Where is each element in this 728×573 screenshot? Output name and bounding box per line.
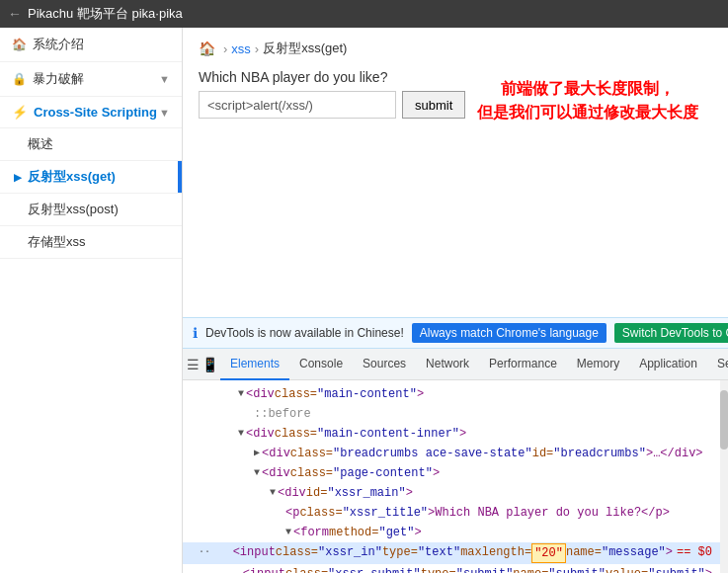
- active-marker-icon: ▶: [14, 172, 22, 183]
- code-tag: <div: [262, 445, 290, 462]
- chevron-down-icon: ▼: [159, 73, 170, 85]
- code-tag: >: [406, 484, 413, 502]
- lock-icon: 🔒: [12, 72, 27, 86]
- code-attr: class=: [275, 425, 317, 443]
- code-tag: >Which NBA player do you like?</p>: [428, 504, 670, 522]
- annotation-line1: 前端做了最大长度限制，: [477, 77, 698, 101]
- tab-network[interactable]: Network: [416, 349, 479, 380]
- tab-security[interactable]: Security: [707, 349, 728, 380]
- code-attr: class=: [275, 385, 317, 403]
- code-tag: >: [666, 543, 673, 561]
- expand-icon[interactable]: ▼: [270, 484, 276, 502]
- content-area: 🏠 › xss › 反射型xss(get) Which NBA player d…: [183, 28, 728, 573]
- code-attr: id=: [532, 445, 554, 462]
- code-line: ::before: [183, 404, 728, 424]
- tab-performance[interactable]: Performance: [479, 349, 567, 380]
- match-language-button[interactable]: Always match Chrome's language: [412, 323, 607, 343]
- code-tag: >: [705, 565, 712, 573]
- tab-elements[interactable]: Elements: [220, 349, 289, 380]
- code-value: "message": [602, 543, 666, 561]
- code-attr: maxlength=: [460, 543, 531, 561]
- code-line: ▼ <div class= "page-content" >: [183, 463, 728, 483]
- home-icon: 🏠: [12, 38, 27, 51]
- expand-icon[interactable]: ▶: [254, 445, 260, 462]
- maxlength-value: "20": [531, 543, 566, 563]
- tab-sources[interactable]: Sources: [353, 349, 416, 380]
- code-attr: name=: [513, 565, 548, 573]
- sidebar-item-xss[interactable]: ⚡ Cross-Site Scripting ▼: [0, 97, 182, 128]
- breadcrumb-separator: ›: [223, 41, 227, 56]
- breadcrumb-xss-link[interactable]: xss: [231, 41, 251, 56]
- sidebar-item-stored-xss[interactable]: 存储型xss: [0, 226, 182, 259]
- code-tag: <div: [278, 484, 306, 502]
- code-tag: <form: [293, 524, 329, 541]
- tab-console[interactable]: Console: [289, 349, 353, 380]
- code-value: "xssr_submit": [328, 565, 421, 573]
- tab-memory[interactable]: Memory: [567, 349, 629, 380]
- expand-icon[interactable]: ▼: [238, 385, 244, 403]
- code-line: ▼ <div id= "xssr_main" >: [183, 483, 728, 503]
- switch-chinese-button[interactable]: Switch DevTools to Chinese: [614, 323, 728, 343]
- pseudo-element: ::before: [254, 405, 311, 423]
- code-value: "page-content": [333, 464, 433, 482]
- sidebar-item-reflected-post[interactable]: 反射型xss(post): [0, 194, 182, 226]
- back-arrow[interactable]: ←: [8, 6, 22, 22]
- code-value: "xssr_main": [327, 484, 405, 502]
- xss-icon: ⚡: [12, 105, 28, 120]
- code-value: "breadcrumbs ace-save-state": [333, 445, 532, 462]
- code-line: ▼ <div class= "main-content-inner" >: [183, 424, 728, 444]
- breadcrumb-current: 反射型xss(get): [263, 40, 347, 57]
- expand-icon[interactable]: ▼: [238, 425, 244, 443]
- code-value: "breadcrumbs": [553, 445, 646, 462]
- main-container: 🏠 系统介绍 🔒 暴力破解 ▼ ⚡ Cross-Site Scripting ▼…: [0, 28, 728, 573]
- sidebar-item-bruteforce[interactable]: 🔒 暴力破解 ▼: [0, 62, 182, 97]
- code-tag: >…</div>: [646, 445, 703, 462]
- sidebar: 🏠 系统介绍 🔒 暴力破解 ▼ ⚡ Cross-Site Scripting ▼…: [0, 28, 183, 573]
- code-line: ▼ <div class= "main-content" >: [183, 384, 728, 404]
- devtools-bar-text: DevTools is now available in Chinese!: [205, 326, 404, 340]
- page-content: 🏠 › xss › 反射型xss(get) Which NBA player d…: [183, 28, 728, 317]
- devtools-menu-icon[interactable]: ☰: [187, 353, 200, 376]
- sidebar-item-reflected-get[interactable]: ▶ 反射型xss(get): [0, 161, 182, 194]
- annotation-text: 前端做了最大长度限制， 但是我们可以通过修改最大长度: [477, 77, 698, 124]
- devtools-panel[interactable]: ▼ <div class= "main-content" > ::before …: [183, 380, 728, 573]
- code-value: "xssr_in": [318, 543, 382, 561]
- scrollbar[interactable]: [720, 380, 728, 573]
- devtools-notification-bar: ℹ DevTools is now available in Chinese! …: [183, 317, 728, 349]
- sidebar-item-system-intro[interactable]: 🏠 系统介绍: [0, 28, 182, 62]
- scrollbar-thumb[interactable]: [720, 390, 728, 450]
- code-value: "main-content": [317, 385, 417, 403]
- code-line: <p class= "xssr_title" >Which NBA player…: [183, 503, 728, 523]
- code-tag: <input: [243, 565, 285, 573]
- code-attr: class=: [276, 543, 318, 561]
- code-line: ▶ <div class= "breadcrumbs ace-save-stat…: [183, 444, 728, 463]
- code-line: ▼ <form method= "get" >: [183, 523, 728, 542]
- expand-icon[interactable]: ▼: [285, 524, 291, 541]
- breadcrumb: 🏠 › xss › 反射型xss(get): [199, 40, 712, 57]
- sidebar-item-overview[interactable]: 概述: [0, 128, 182, 161]
- breadcrumb-separator: ›: [255, 41, 259, 56]
- code-attr: class=: [285, 565, 328, 573]
- code-attr: class=: [290, 464, 333, 482]
- code-tag: >: [417, 385, 424, 403]
- sidebar-label: Cross-Site Scripting: [34, 105, 157, 120]
- sidebar-label: 暴力破解: [33, 70, 159, 88]
- code-tag: >: [433, 464, 440, 482]
- code-attr: type=: [382, 543, 418, 561]
- info-icon: ℹ: [193, 325, 198, 341]
- chevron-down-icon: ▼: [159, 107, 170, 119]
- code-attr: class=: [299, 504, 342, 522]
- tab-application[interactable]: Application: [629, 349, 707, 380]
- submit-button[interactable]: submit: [402, 91, 465, 119]
- sidebar-label: 反射型xss(get): [28, 168, 116, 186]
- code-attr: id=: [306, 484, 328, 502]
- sidebar-label: 概述: [28, 135, 53, 153]
- code-value: "submit": [648, 565, 705, 573]
- code-value: "main-content-inner": [317, 425, 459, 443]
- xss-input[interactable]: [199, 91, 396, 119]
- code-attr: class=: [290, 445, 333, 462]
- expand-icon[interactable]: ▼: [254, 464, 260, 482]
- devtools-device-icon[interactable]: 📱: [202, 353, 218, 376]
- top-bar: ← Pikachu 靶场平台 pika·pika: [0, 0, 728, 28]
- code-line-selected[interactable]: ·· < input class= "xssr_in" type= "text"…: [183, 542, 728, 564]
